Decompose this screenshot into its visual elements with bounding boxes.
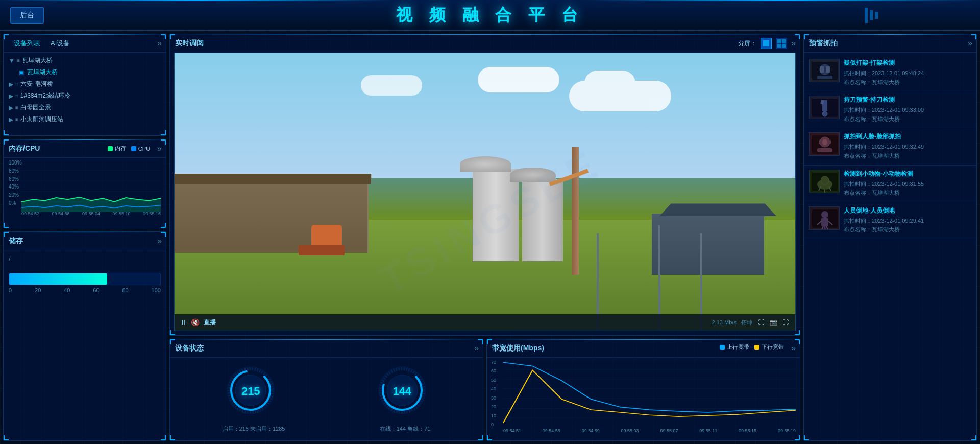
device-list-header: 设备列表 AI设备 » <box>4 34 166 53</box>
play-pause-button[interactable]: ⏸ <box>180 318 187 326</box>
cpu-more-icon[interactable]: » <box>157 144 161 153</box>
alert-thumb-svg <box>810 96 840 119</box>
cpu-x-labels: 09:54:52 09:54:58 09:55:04 09:55:10 09:5… <box>21 211 161 216</box>
storage-panel: 储存 » / 0 20 40 60 80 100 <box>3 231 166 441</box>
split-single-icon <box>763 40 770 47</box>
storage-bar-labels: 0 20 40 60 80 100 <box>9 287 161 293</box>
cpu-y-labels: 100% 80% 60% 40% 20% 0% <box>9 160 22 206</box>
alert-thumb-svg <box>810 170 840 193</box>
scene-shed <box>652 214 764 275</box>
video-panel: 实时调阅 分屏： <box>169 34 800 336</box>
storage-more-icon[interactable]: » <box>157 237 161 246</box>
cpu-legend: 内存 CPU <box>108 145 150 152</box>
scene-tower <box>572 147 579 275</box>
svg-rect-39 <box>819 140 821 144</box>
back-button[interactable]: 后台 <box>10 7 44 24</box>
cpu-header: 内存/CPU 内存 CPU » <box>4 139 166 158</box>
tab-device-list[interactable]: 设备列表 <box>9 39 45 48</box>
list-item[interactable]: ▼ ≡ 瓦埠湖大桥 <box>4 55 166 66</box>
alert-thumb-svg <box>810 133 840 156</box>
alert-time: 抓拍时间：2023-12-01 09:33:00 <box>844 106 971 115</box>
alert-item[interactable]: 人员倒地-人员倒地 抓拍时间：2023-12-01 09:29:41 布点名称：… <box>804 202 976 239</box>
alert-time: 抓拍时间：2023-12-01 09:31:55 <box>844 180 971 189</box>
cpu-dot <box>131 146 136 151</box>
scene-roof <box>175 174 371 184</box>
alert-thumbnail <box>809 59 840 82</box>
svg-rect-28 <box>820 66 824 73</box>
legend-cpu: CPU <box>131 145 150 152</box>
list-item[interactable]: ▶ ≡ 1#384m2烧结环冷 <box>4 90 166 102</box>
camera-icon: ▣ <box>19 69 24 76</box>
device-list-content: ▼ ≡ 瓦埠湖大桥 ▣ 瓦埠湖大桥 ▶ ≡ 六安-皂河桥 ▶ <box>4 53 166 135</box>
cpu-memory-panel: 内存/CPU 内存 CPU » <box>3 139 166 228</box>
scene-silo-dome-1 <box>460 156 511 172</box>
bandwidth-title: 带宽使用(Mbps) <box>492 344 544 353</box>
scene-clouds <box>569 81 671 111</box>
storage-title: 储存 <box>9 237 23 246</box>
toggle-icon: ▼ <box>9 57 15 64</box>
alert-item[interactable]: 检测到小动物-小动物检测 抓拍时间：2023-12-01 09:31:55 布点… <box>804 166 976 202</box>
screen-size-icon[interactable]: ⛶ <box>756 318 766 327</box>
toggle-icon: ▶ <box>9 92 13 100</box>
offline-value: 144 <box>393 385 411 398</box>
center-panel: 实时调阅 分屏： <box>169 34 800 441</box>
list-item[interactable]: ▶ ≡ 白母园全景 <box>4 102 166 113</box>
group-icon: ≡ <box>15 93 18 99</box>
offline-label: 在线：144 离线：71 <box>380 425 431 433</box>
split-single-button[interactable] <box>761 38 772 49</box>
page-title: 视 频 融 合 平 台 <box>396 4 584 27</box>
alert-item[interactable]: 抓拍到人脸-脸部抓拍 抓拍时间：2023-12-01 09:32:49 布点名称… <box>804 128 976 165</box>
alert-item[interactable]: 疑似打架-打架检测 抓拍时间：2023-12-01 09:48:24 布点名称：… <box>804 55 976 91</box>
alerts-more-icon[interactable]: » <box>968 39 971 48</box>
alert-time: 抓拍时间：2023-12-01 09:32:49 <box>844 143 971 152</box>
legend-download: 下行宽带 <box>754 343 784 351</box>
list-item[interactable]: ▣ 瓦埠湖大桥 <box>4 66 166 78</box>
bandwidth-more-icon[interactable]: » <box>791 344 795 353</box>
video-more-icon[interactable]: » <box>791 39 795 48</box>
left-panel: 设备列表 AI设备 » ▼ ≡ 瓦埠湖大桥 ▣ 瓦埠湖大桥 <box>3 34 166 441</box>
split-quad-button[interactable] <box>776 38 787 49</box>
bandwidth-header: 带宽使用(Mbps) 上行宽带 下行宽带 » <box>487 339 800 358</box>
bandwidth-chart-area: 70 60 50 40 30 20 10 0 <box>487 358 800 440</box>
list-item[interactable]: ▶ ≡ 六安-皂河桥 <box>4 78 166 90</box>
alert-title: 人员倒地-人员倒地 <box>844 206 971 215</box>
alert-thumb-svg <box>810 207 840 230</box>
offline-circ-svg: 144 <box>377 365 428 418</box>
alerts-header: 预警抓拍 » <box>804 34 976 53</box>
device-list-more-icon[interactable]: » <box>157 39 161 48</box>
online-circ-svg: 215 <box>225 365 276 418</box>
alert-info: 疑似打架-打架检测 抓拍时间：2023-12-01 09:48:24 布点名称：… <box>844 59 971 87</box>
svg-rect-52 <box>821 218 828 226</box>
group-icon: ≡ <box>15 81 18 87</box>
fullscreen-icon[interactable]: ⛶ <box>781 318 790 327</box>
screenshot-icon[interactable]: 📷 <box>769 318 778 327</box>
alert-item[interactable]: 持刀预警-持刀检测 抓拍时间：2023-12-01 09:33:00 布点名称：… <box>804 91 976 128</box>
device-status-more-icon[interactable]: » <box>474 344 478 353</box>
cpu-chart-svg <box>21 160 161 212</box>
alert-info: 人员倒地-人员倒地 抓拍时间：2023-12-01 09:29:41 布点名称：… <box>844 206 971 235</box>
scene-clouds-2 <box>361 75 422 96</box>
device-list-panel: 设备列表 AI设备 » ▼ ≡ 瓦埠湖大桥 ▣ 瓦埠湖大桥 <box>3 34 166 136</box>
alerts-panel: 预警抓拍 » 疑似打架-打架检测 抓拍时间： <box>803 34 977 441</box>
device-status-panel: 设备状态 » <box>169 339 483 441</box>
cpu-chart-area: 100% 80% 60% 40% 20% 0% <box>4 160 166 216</box>
legend-memory: 内存 <box>108 145 126 152</box>
group-icon: ≡ <box>15 116 18 122</box>
toggle-icon: ▶ <box>9 104 13 111</box>
device-status-labels: 启用：215 未启用：1285 在线：144 离线：71 <box>170 425 483 437</box>
alert-location: 布点名称：瓦埠湖大桥 <box>844 78 971 87</box>
alert-title: 疑似打架-打架检测 <box>844 59 971 67</box>
svg-rect-7 <box>763 40 769 46</box>
online-chart: 215 <box>225 365 276 418</box>
tab-ai-device[interactable]: AI设备 <box>45 39 75 48</box>
scene-clouds-3 <box>478 67 559 92</box>
volume-button[interactable]: 🔇 <box>191 318 200 326</box>
alert-location: 布点名称：瓦埠湖大桥 <box>844 225 971 235</box>
device-status-title: 设备状态 <box>175 344 204 353</box>
scene-shed-roof <box>659 203 777 216</box>
alert-thumbnail <box>809 170 840 193</box>
mem-dot <box>108 146 113 151</box>
video-header: 实时调阅 分屏： <box>170 34 800 53</box>
main-layout: 设备列表 AI设备 » ▼ ≡ 瓦埠湖大桥 ▣ 瓦埠湖大桥 <box>0 31 980 444</box>
list-item[interactable]: ▶ ≡ 小太阳沟调压站 <box>4 113 166 125</box>
